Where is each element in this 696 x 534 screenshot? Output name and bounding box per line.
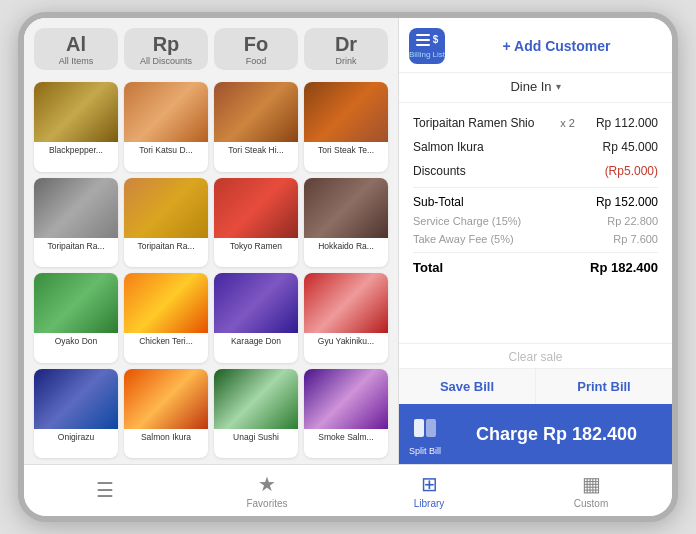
- nav-item-menu[interactable]: ☰: [24, 478, 186, 504]
- item-image: [34, 273, 118, 333]
- list-item[interactable]: Onigirazu: [34, 369, 118, 459]
- item-image: [214, 178, 298, 238]
- table-row: Salmon Ikura Rp 45.000: [413, 135, 658, 159]
- service-charge-label: Service Charge (15%): [413, 215, 521, 227]
- item-name: Karaage Don: [214, 333, 298, 349]
- list-item[interactable]: Gyu Yakiniku...: [304, 273, 388, 363]
- main-content: Al All Items Rp All Discounts Fo Food Dr…: [24, 18, 672, 464]
- total-row: Total Rp 182.400: [413, 257, 658, 278]
- list-item[interactable]: Chicken Teri...: [124, 273, 208, 363]
- category-tabs: Al All Items Rp All Discounts Fo Food Dr…: [24, 18, 398, 76]
- library-icon: ⊞: [421, 472, 438, 496]
- order-item-name: Discounts: [413, 164, 567, 178]
- tab-discounts[interactable]: Rp All Discounts: [124, 28, 208, 70]
- item-name: Smoke Salm...: [304, 429, 388, 445]
- charge-row: Split Bill Charge Rp 182.400: [399, 404, 672, 464]
- list-item[interactable]: Tokyo Ramen: [214, 178, 298, 268]
- table-row: Discounts (Rp5.000): [413, 159, 658, 183]
- item-image: [124, 178, 208, 238]
- nav-item-favorites[interactable]: ★ Favorites: [186, 472, 348, 509]
- tablet-frame: Al All Items Rp All Discounts Fo Food Dr…: [18, 12, 678, 522]
- item-name: Tokyo Ramen: [214, 238, 298, 254]
- item-name: Oyako Don: [34, 333, 118, 349]
- billing-line-1: [416, 34, 430, 36]
- left-panel: Al All Items Rp All Discounts Fo Food Dr…: [24, 18, 399, 464]
- takeaway-fee-row: Take Away Fee (5%) Rp 7.600: [413, 230, 658, 248]
- list-item[interactable]: Toripaitan Ra...: [124, 178, 208, 268]
- nav-item-library[interactable]: ⊞ Library: [348, 472, 510, 509]
- item-image: [214, 82, 298, 142]
- dollar-sign: $: [433, 35, 439, 45]
- tab-drink[interactable]: Dr Drink: [304, 28, 388, 70]
- list-item[interactable]: Tori Katsu D...: [124, 82, 208, 172]
- tab-food-icon: Fo: [244, 34, 268, 54]
- total-value: Rp 182.400: [590, 260, 658, 275]
- tab-all-items[interactable]: Al All Items: [34, 28, 118, 70]
- menu-icon: ☰: [96, 478, 114, 502]
- item-image: [304, 369, 388, 429]
- dine-in-selector[interactable]: Dine In ▾: [399, 73, 672, 103]
- item-name: Gyu Yakiniku...: [304, 333, 388, 349]
- save-bill-button[interactable]: Save Bill: [399, 369, 536, 404]
- split-bill-icon: [409, 412, 441, 444]
- split-bill-label: Split Bill: [409, 446, 441, 456]
- list-item[interactable]: Karaage Don: [214, 273, 298, 363]
- list-item[interactable]: Smoke Salm...: [304, 369, 388, 459]
- order-item-qty: x 2: [560, 117, 575, 129]
- order-item-name: Salmon Ikura: [413, 140, 567, 154]
- items-grid: Blackpepper... Tori Katsu D... Tori Stea…: [24, 76, 398, 464]
- billing-header: $ Billing List + Add Customer: [399, 18, 672, 73]
- item-image: [214, 369, 298, 429]
- list-item[interactable]: Unagi Sushi: [214, 369, 298, 459]
- clear-sale-button[interactable]: Clear sale: [508, 350, 562, 364]
- billing-list-label: Billing List: [409, 50, 445, 59]
- total-label: Total: [413, 260, 443, 275]
- nav-favorites-label: Favorites: [246, 498, 287, 509]
- list-item[interactable]: Tori Steak Hi...: [214, 82, 298, 172]
- billing-line-3: [416, 44, 430, 46]
- print-bill-button[interactable]: Print Bill: [536, 369, 672, 404]
- nav-custom-label: Custom: [574, 498, 608, 509]
- list-item[interactable]: Toripaitan Ra...: [34, 178, 118, 268]
- tab-discounts-label: All Discounts: [140, 56, 192, 66]
- chevron-down-icon: ▾: [556, 81, 561, 92]
- list-item[interactable]: Oyako Don: [34, 273, 118, 363]
- service-charge-value: Rp 22.800: [607, 215, 658, 227]
- item-name: Salmon Ikura: [124, 429, 208, 445]
- order-item-price: (Rp5.000): [583, 164, 658, 178]
- tab-drink-label: Drink: [335, 56, 356, 66]
- subtotal-label: Sub-Total: [413, 195, 464, 209]
- item-image: [304, 273, 388, 333]
- item-image: [34, 82, 118, 142]
- item-image: [304, 82, 388, 142]
- table-row: Toripaitan Ramen Shio x 2 Rp 112.000: [413, 111, 658, 135]
- item-image: [304, 178, 388, 238]
- item-name: Hokkaido Ra...: [304, 238, 388, 254]
- split-bill-button[interactable]: Split Bill: [409, 412, 441, 456]
- item-image: [34, 178, 118, 238]
- tab-food[interactable]: Fo Food: [214, 28, 298, 70]
- favorites-icon: ★: [258, 472, 276, 496]
- charge-button[interactable]: Charge Rp 182.400: [451, 424, 662, 445]
- item-name: Chicken Teri...: [124, 333, 208, 349]
- list-item[interactable]: Hokkaido Ra...: [304, 178, 388, 268]
- list-item[interactable]: Tori Steak Te...: [304, 82, 388, 172]
- item-name: Onigirazu: [34, 429, 118, 445]
- takeaway-fee-label: Take Away Fee (5%): [413, 233, 514, 245]
- nav-item-custom[interactable]: ▦ Custom: [510, 472, 672, 509]
- bottom-nav: ☰ ★ Favorites ⊞ Library ▦ Custom: [24, 464, 672, 516]
- list-item[interactable]: Salmon Ikura: [124, 369, 208, 459]
- list-item[interactable]: Blackpepper...: [34, 82, 118, 172]
- item-name: Toripaitan Ra...: [34, 238, 118, 254]
- service-charge-row: Service Charge (15%) Rp 22.800: [413, 212, 658, 230]
- billing-line-2: [416, 39, 430, 41]
- item-name: Unagi Sushi: [214, 429, 298, 445]
- svg-rect-1: [426, 419, 436, 437]
- right-panel: $ Billing List + Add Customer Dine In ▾ …: [399, 18, 672, 464]
- tab-food-label: Food: [246, 56, 267, 66]
- order-item-name: Toripaitan Ramen Shio: [413, 116, 552, 130]
- billing-list-icon[interactable]: $ Billing List: [409, 28, 445, 64]
- item-image: [214, 273, 298, 333]
- add-customer-button[interactable]: + Add Customer: [455, 38, 658, 54]
- tab-all-label: All Items: [59, 56, 94, 66]
